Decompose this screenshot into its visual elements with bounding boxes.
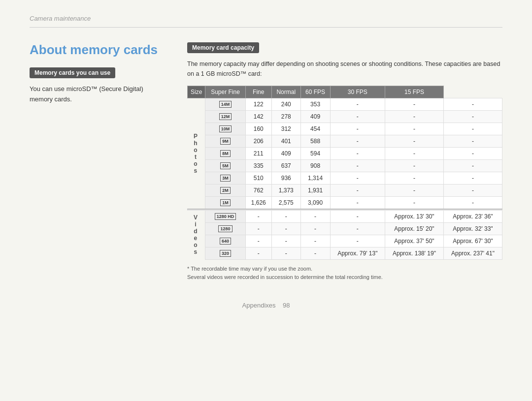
table-wrapper: Size Super Fine Fine Normal 60 FPS 30 FP… xyxy=(187,86,502,260)
size-icon: 320 xyxy=(205,247,245,259)
right-panel: Memory card capacity The memory capacity… xyxy=(187,42,502,282)
footer-label: Appendixes xyxy=(242,302,276,309)
size-icon: 9M xyxy=(205,135,245,148)
col-60fps: 60 FPS xyxy=(300,86,330,98)
left-section-badge: Memory cards you can use xyxy=(30,67,115,78)
col-fine: Fine xyxy=(245,86,271,98)
table-row: 1M1,6262,5753,090--- xyxy=(188,197,502,210)
page-footer: Appendixes 98 xyxy=(30,297,502,309)
footnote-line2: Several videos were recorded in successi… xyxy=(187,273,502,282)
size-icon: 1M xyxy=(205,197,245,210)
size-icon: 5M xyxy=(205,160,245,172)
size-icon: 1280 xyxy=(205,222,245,235)
table-row: 640----Approx. 37' 50"Approx. 67' 30" xyxy=(188,235,502,247)
size-icon: 2M xyxy=(205,185,245,197)
videos-label: Videos xyxy=(188,210,205,259)
col-15fps: 15 FPS xyxy=(385,86,444,98)
col-size: Size xyxy=(188,86,205,98)
right-section-badge: Memory card capacity xyxy=(187,42,259,53)
photos-label: Photos xyxy=(188,98,205,210)
size-icon: 640 xyxy=(205,235,245,247)
page-title: About memory cards xyxy=(30,42,167,58)
capacity-intro: The memory capacity may differ depending… xyxy=(187,59,502,79)
table-row: 1280----Approx. 15' 20"Approx. 32' 33" xyxy=(188,222,502,235)
table-row: Photos14M122240353--- xyxy=(188,98,502,111)
page: Camera maintenance About memory cards Me… xyxy=(0,0,532,401)
main-content: About memory cards Memory cards you can … xyxy=(30,42,502,282)
table-row: 320---Approx. 79' 13"Approx. 138' 19"App… xyxy=(188,247,502,259)
table-row: 2M7621,3731,931--- xyxy=(188,185,502,197)
page-number: 98 xyxy=(283,302,290,309)
size-icon: 1280 HD xyxy=(205,210,245,222)
table-row: 8M211409594--- xyxy=(188,148,502,160)
table-row: 12M142278409--- xyxy=(188,111,502,123)
size-icon: 14M xyxy=(205,98,245,111)
breadcrumb: Camera maintenance xyxy=(30,15,502,28)
table-row: 5M335637908--- xyxy=(188,160,502,172)
table-row: 10M160312454--- xyxy=(188,123,502,135)
table-row: 9M206401588--- xyxy=(188,135,502,148)
capacity-table: Size Super Fine Fine Normal 60 FPS 30 FP… xyxy=(187,86,502,260)
table-row: Videos1280 HD----Approx. 13' 30"Approx. … xyxy=(188,210,502,222)
left-panel: About memory cards Memory cards you can … xyxy=(30,42,167,282)
footnote-line1: * The recordable time may vary if you us… xyxy=(187,265,502,274)
col-superfine: Super Fine xyxy=(205,86,245,98)
size-icon: 12M xyxy=(205,111,245,123)
table-container: Size Super Fine Fine Normal 60 FPS 30 FP… xyxy=(187,86,502,260)
size-icon: 3M xyxy=(205,172,245,185)
size-icon: 8M xyxy=(205,148,245,160)
col-30fps: 30 FPS xyxy=(330,86,385,98)
footnote: * The recordable time may vary if you us… xyxy=(187,265,502,282)
left-section-text: You can use microSD™ (Secure Digital) me… xyxy=(30,84,167,105)
size-icon: 10M xyxy=(205,123,245,135)
table-row: 3M5109361,314--- xyxy=(188,172,502,185)
col-normal: Normal xyxy=(271,86,300,98)
